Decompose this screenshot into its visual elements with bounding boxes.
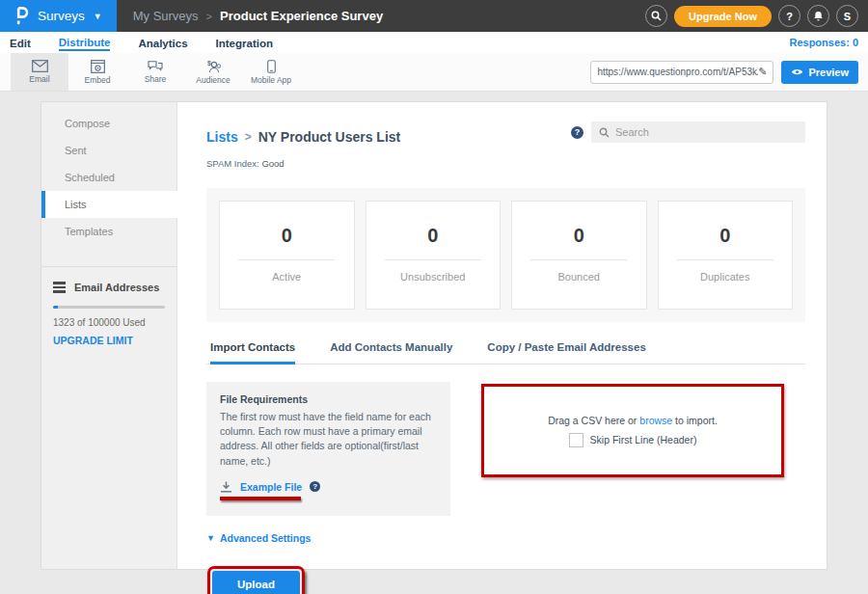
example-file-help-icon[interactable]: ? [310, 481, 320, 492]
sidebar-item-scheduled[interactable]: Scheduled [41, 164, 176, 191]
list-title: NY Product Users List [258, 129, 401, 145]
email-addresses-block: Email Addresses 1323 of 100000 Used UPGR… [41, 267, 176, 346]
skip-first-line-checkbox[interactable] [569, 433, 583, 447]
share-icon [148, 60, 163, 72]
file-requirements-title: File Requirements [220, 393, 437, 405]
contact-search-input[interactable] [615, 126, 798, 138]
product-menu-label: Surveys [38, 9, 85, 23]
channel-share-label: Share [145, 74, 167, 84]
channel-mobile-app-label: Mobile App [251, 75, 291, 85]
email-addresses-title: Email Addresses [74, 282, 159, 293]
sidebar-item-sent[interactable]: Sent [41, 137, 176, 164]
list-stats: 0 Active 0 Unsubscribed 0 Bounced 0 Dupl… [206, 188, 805, 322]
advanced-settings-label: Advanced Settings [220, 532, 312, 544]
file-requirements-body: The first row must have the field name f… [220, 410, 437, 469]
skip-first-line-row: Skip First Line (Header) [569, 433, 697, 447]
nav-item-distribute[interactable]: Distribute [59, 35, 111, 51]
stat-value: 0 [512, 225, 646, 247]
spam-index-value: Good [261, 158, 284, 169]
preview-button[interactable]: Preview [781, 61, 858, 84]
upgrade-limit-link[interactable]: UPGRADE LIMIT [53, 335, 165, 346]
sidebar-item-lists[interactable]: Lists [41, 191, 177, 218]
global-search-button[interactable] [645, 5, 667, 27]
browse-link[interactable]: browse [639, 415, 672, 426]
import-tabs: Import Contacts Add Contacts Manually Co… [206, 341, 805, 364]
user-avatar[interactable]: S [836, 5, 858, 27]
email-icon [32, 60, 48, 72]
email-usage-text: 1323 of 100000 Used [53, 317, 165, 328]
file-requirements-panel: File Requirements The first row must hav… [206, 382, 450, 516]
top-bar: Surveys ▼ My Surveys > Product Experienc… [0, 0, 868, 32]
upgrade-now-button[interactable]: Upgrade Now [674, 6, 772, 27]
responses-count[interactable]: Responses: 0 [789, 37, 858, 48]
email-usage-progressbar [53, 306, 165, 309]
survey-nav: Edit Distribute Analytics Integration Re… [0, 32, 868, 53]
edit-url-icon[interactable]: ✎ [758, 66, 767, 78]
stat-label: Active [220, 271, 354, 283]
nav-item-edit[interactable]: Edit [10, 36, 31, 50]
eye-icon [791, 68, 803, 76]
breadcrumb-separator: > [245, 130, 252, 144]
stat-value: 0 [366, 225, 501, 247]
caret-down-icon: ▼ [206, 533, 215, 543]
caret-down-icon: ▼ [94, 12, 102, 21]
email-addresses-header[interactable]: Email Addresses [53, 282, 165, 293]
list-help-icon[interactable]: ? [571, 126, 583, 139]
channel-audience-label: Audience [196, 75, 230, 85]
sidebar-item-templates[interactable]: Templates [41, 218, 176, 245]
breadcrumb-my-surveys[interactable]: My Surveys [133, 9, 199, 23]
annotation-box-upload: Upload [207, 566, 305, 594]
stat-label: Duplicates [659, 271, 793, 283]
contact-search-box [591, 122, 805, 143]
preview-label: Preview [808, 67, 849, 78]
download-icon [220, 481, 232, 493]
advanced-settings-toggle[interactable]: ▼ Advanced Settings [206, 532, 805, 544]
audience-icon: $ [204, 60, 222, 73]
channel-mobile-app[interactable]: Mobile App [242, 53, 300, 91]
stat-label: Unsubscribed [366, 271, 501, 283]
stat-value: 0 [220, 225, 354, 247]
main-panel: Compose Sent Scheduled Lists Templates E… [41, 101, 827, 570]
stat-card-active: 0 Active [219, 201, 355, 310]
survey-url-input[interactable] [597, 67, 758, 77]
tab-add-contacts-manually[interactable]: Add Contacts Manually [330, 341, 452, 364]
notifications-button[interactable] [807, 5, 829, 27]
sidebar-item-compose[interactable]: Compose [41, 110, 176, 137]
breadcrumb: My Surveys > Product Experience Survey [133, 9, 383, 23]
list-breadcrumb: Lists > NY Product Users List [206, 122, 400, 145]
upload-button[interactable]: Upload [212, 571, 300, 594]
csv-dropzone[interactable]: Drag a CSV here or browse to import. Ski… [481, 384, 784, 477]
stat-card-bounced: 0 Bounced [511, 201, 647, 310]
stat-label: Bounced [512, 271, 646, 283]
search-icon [599, 127, 610, 138]
spam-index-label: SPAM Index: [206, 158, 259, 169]
breadcrumb-current-survey: Product Experience Survey [220, 9, 383, 23]
survey-url-box: ✎ [590, 61, 773, 84]
channel-embed-label: Embed [85, 75, 111, 85]
channel-share[interactable]: Share [126, 53, 184, 91]
nav-item-analytics[interactable]: Analytics [138, 36, 187, 50]
annotation-underline-example-file [220, 497, 301, 500]
tab-import-contacts[interactable]: Import Contacts [210, 341, 295, 364]
bell-icon [813, 11, 824, 22]
distribute-toolbar: Email Embed Share $ Audience Mobile App … [0, 53, 868, 92]
list-content: Lists > NY Product Users List ? SPAM Ind… [177, 102, 827, 569]
example-file-link[interactable]: Example File [240, 481, 302, 493]
breadcrumb-lists-link[interactable]: Lists [206, 129, 238, 145]
channel-email[interactable]: Email [11, 53, 68, 91]
tab-copy-paste-email-addresses[interactable]: Copy / Paste Email Addresses [487, 341, 645, 364]
stat-card-unsubscribed: 0 Unsubscribed [366, 201, 502, 310]
skip-first-line-label: Skip First Line (Header) [590, 434, 697, 446]
dropzone-text: Drag a CSV here or browse to import. [548, 415, 718, 426]
breadcrumb-separator: > [206, 11, 212, 22]
stat-card-duplicates: 0 Duplicates [658, 201, 794, 310]
nav-item-integration[interactable]: Integration [216, 36, 273, 50]
spam-index: SPAM Index: Good [206, 158, 805, 169]
channel-audience[interactable]: $ Audience [184, 53, 242, 91]
embed-icon [91, 60, 105, 73]
channel-embed[interactable]: Embed [68, 53, 126, 91]
help-button[interactable]: ? [778, 5, 800, 27]
list-icon [53, 282, 66, 293]
product-menu[interactable]: Surveys ▼ [0, 0, 117, 32]
mobile-app-icon [267, 60, 276, 73]
